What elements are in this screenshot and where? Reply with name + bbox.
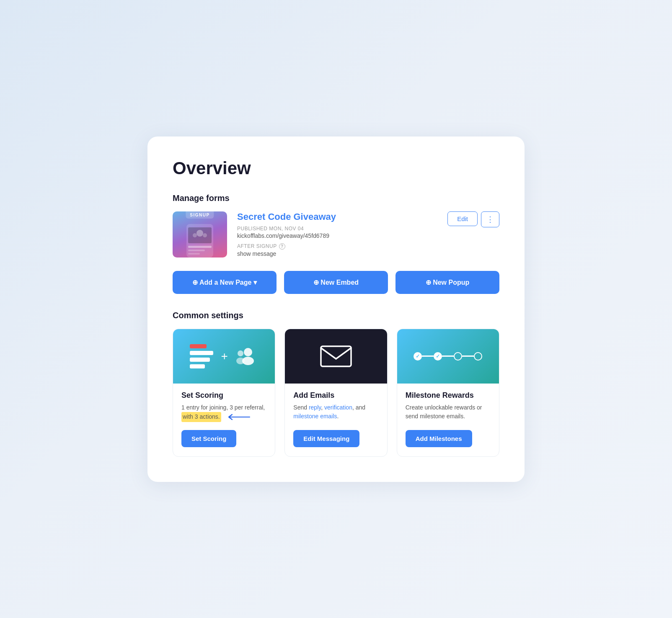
- page-title: Overview: [173, 158, 499, 178]
- milestone-check-1: ✓: [416, 353, 420, 359]
- milestone-line-2: [442, 355, 454, 357]
- score-line-3: [190, 358, 210, 362]
- score-line-1: [190, 344, 207, 348]
- new-popup-button[interactable]: ⊕ New Popup: [395, 271, 499, 294]
- add-milestones-button[interactable]: Add Milestones: [406, 430, 472, 447]
- scoring-lines: [190, 344, 213, 368]
- scoring-desc-text: 1 entry for joining, 3 per referral,: [181, 404, 265, 411]
- scoring-card-desc: 1 entry for joining, 3 per referral, wit…: [181, 403, 266, 423]
- svg-rect-5: [188, 246, 212, 248]
- new-embed-button[interactable]: ⊕ New Embed: [284, 271, 388, 294]
- emails-desc-comma1: ,: [321, 404, 324, 411]
- scoring-icon: +: [190, 344, 258, 368]
- common-settings-section: Common settings +: [173, 311, 499, 457]
- score-line-2: [190, 351, 213, 355]
- form-name: Secret Code Giveaway: [237, 211, 437, 222]
- milestones-card-title: Milestone Rewards: [406, 391, 491, 400]
- emails-card-title: Add Emails: [293, 391, 378, 400]
- emails-link-reply[interactable]: reply: [309, 404, 321, 411]
- emails-card-image: [285, 329, 387, 384]
- action-row: ⊕ Add a New Page ▾ ⊕ New Embed ⊕ New Pop…: [173, 271, 499, 294]
- emails-card: Add Emails Send reply, verification, and…: [284, 329, 387, 457]
- form-thumbnail: SIGNUP: [173, 211, 227, 258]
- manage-forms-title: Manage forms: [173, 193, 499, 203]
- edit-button[interactable]: Edit: [447, 211, 478, 226]
- score-line-4: [190, 364, 205, 368]
- form-after-label: AFTER SIGNUP ?: [237, 243, 437, 250]
- milestones-card-desc: Create unlockable rewards or send milest…: [406, 403, 491, 423]
- emails-desc-period: .: [337, 413, 339, 420]
- main-card: Overview Manage forms SIGNUP: [147, 136, 525, 482]
- emails-card-body: Add Emails Send reply, verification, and…: [285, 384, 387, 456]
- scoring-card-title: Set Scoring: [181, 391, 266, 400]
- scoring-card-image: +: [173, 329, 275, 384]
- form-actions: Edit ⋮: [447, 211, 499, 227]
- scoring-card: + Set Scoring 1 entry for joining, 3 pe: [173, 329, 275, 457]
- edit-messaging-button[interactable]: Edit Messaging: [293, 430, 359, 447]
- svg-rect-12: [321, 346, 351, 366]
- scoring-card-body: Set Scoring 1 entry for joining, 3 per r…: [173, 384, 275, 456]
- svg-point-3: [193, 233, 197, 237]
- emails-desc-and: , and: [352, 404, 365, 411]
- milestones-card: ✓ ✓ Milestone Rewards Create unlo: [397, 329, 499, 457]
- svg-rect-7: [188, 253, 200, 255]
- form-thumbnail-label: SIGNUP: [186, 211, 214, 219]
- after-signup-help-icon[interactable]: ?: [279, 243, 285, 250]
- form-info: Secret Code Giveaway PUBLISHED MON, NOV …: [237, 211, 437, 257]
- milestone-line-3: [462, 355, 474, 357]
- milestone-track: ✓ ✓: [414, 352, 482, 360]
- milestone-dot-3: [454, 352, 462, 360]
- svg-point-8: [244, 348, 252, 356]
- milestones-card-body: Milestone Rewards Create unlockable rewa…: [397, 384, 499, 456]
- common-settings-title: Common settings: [173, 311, 499, 320]
- svg-point-4: [203, 233, 207, 237]
- more-options-button[interactable]: ⋮: [481, 211, 499, 227]
- milestones-card-image: ✓ ✓: [397, 329, 499, 384]
- form-after-value: show message: [237, 250, 437, 257]
- arrow-annotation-icon: [225, 413, 251, 421]
- add-page-button[interactable]: ⊕ Add a New Page ▾: [173, 271, 277, 294]
- svg-point-11: [236, 358, 245, 364]
- svg-point-2: [196, 230, 203, 237]
- emails-link-milestone[interactable]: milestone emails: [293, 413, 337, 420]
- svg-rect-6: [188, 250, 205, 251]
- milestone-dot-4: [474, 352, 482, 360]
- emails-desc-send: Send: [293, 404, 309, 411]
- svg-point-10: [238, 350, 243, 356]
- set-scoring-button[interactable]: Set Scoring: [181, 430, 236, 447]
- milestone-dot-1: ✓: [414, 352, 422, 360]
- scoring-desc-highlight: with 3 actions.: [181, 412, 221, 422]
- form-published-meta: PUBLISHED MON, NOV 04: [237, 226, 437, 232]
- manage-forms-section: Manage forms SIGNUP: [173, 193, 499, 258]
- people-icon: [235, 347, 258, 366]
- emails-link-verification[interactable]: verification: [324, 404, 352, 411]
- form-mockup-svg: [185, 224, 215, 258]
- form-url: kickofflabs.com/giveaway/45fd6789: [237, 232, 437, 239]
- form-item: SIGNUP Secret Code Giveaway PUBLISHE: [173, 211, 499, 258]
- milestone-dot-2: ✓: [434, 352, 442, 360]
- settings-grid: + Set Scoring 1 entry for joining, 3 pe: [173, 329, 499, 457]
- scoring-plus-icon: +: [221, 350, 227, 363]
- emails-card-desc: Send reply, verification, and milestone …: [293, 403, 378, 423]
- milestone-line-1: [422, 355, 434, 357]
- envelope-icon: [319, 343, 353, 370]
- milestone-check-2: ✓: [436, 353, 440, 359]
